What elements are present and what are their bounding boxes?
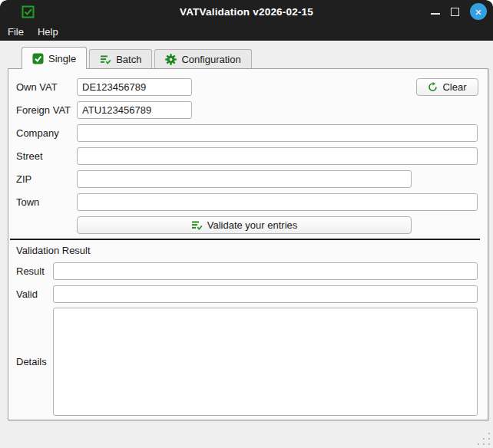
- street-input[interactable]: [77, 147, 478, 165]
- menu-item-help[interactable]: Help: [31, 25, 65, 39]
- zip-input[interactable]: [77, 170, 412, 188]
- details-label: Details: [16, 353, 47, 371]
- minimize-button[interactable]: [431, 13, 440, 15]
- menu-item-file[interactable]: File: [8, 25, 31, 39]
- own-vat-label: Own VAT: [16, 78, 58, 96]
- result-input[interactable]: [53, 262, 478, 280]
- details-textarea[interactable]: [53, 308, 478, 416]
- content-area: Single Batch: [0, 41, 493, 448]
- resize-grip[interactable]: [477, 432, 491, 446]
- tab-label: Single: [48, 53, 76, 64]
- validate-button-label: Validate your entries: [207, 219, 298, 231]
- clear-button[interactable]: Clear: [416, 78, 478, 96]
- tab-batch[interactable]: Batch: [89, 49, 152, 68]
- tab-label: Configuration: [181, 54, 240, 65]
- refresh-icon: [428, 82, 438, 92]
- section-separator: [10, 239, 480, 240]
- maximize-button[interactable]: [451, 8, 459, 16]
- tabbar: Single Batch: [22, 47, 252, 69]
- validation-result-heading: Validation Result: [16, 245, 91, 256]
- menubar: File Help: [0, 23, 493, 41]
- company-input[interactable]: [77, 124, 478, 142]
- check-square-icon: [32, 53, 44, 64]
- valid-label: Valid: [16, 285, 38, 303]
- close-button[interactable]: ×: [470, 3, 487, 20]
- list-check-icon: [191, 220, 203, 230]
- result-label: Result: [16, 262, 45, 280]
- valid-input[interactable]: [53, 285, 478, 303]
- town-label: Town: [16, 193, 39, 211]
- town-input[interactable]: [77, 193, 478, 211]
- app-window: VATValidation v2026-02-15 × File Help Si…: [0, 0, 493, 448]
- clear-button-label: Clear: [442, 81, 466, 93]
- tab-label: Batch: [116, 54, 141, 65]
- list-check-icon: [100, 54, 111, 64]
- own-vat-input[interactable]: [77, 78, 192, 96]
- titlebar: VATValidation v2026-02-15 ×: [0, 0, 493, 23]
- company-label: Company: [16, 124, 59, 142]
- foreign-vat-label: Foreign VAT: [16, 101, 71, 119]
- app-checkbox-icon: [22, 5, 35, 18]
- foreign-vat-input[interactable]: [77, 101, 192, 119]
- zip-label: ZIP: [16, 170, 31, 188]
- street-label: Street: [16, 147, 43, 165]
- single-tab-panel: Own VAT Clear Foreign VAT Company Street…: [8, 68, 488, 420]
- gear-icon: [165, 54, 177, 65]
- tab-single[interactable]: Single: [22, 47, 87, 69]
- tab-configuration[interactable]: Configuration: [154, 49, 251, 68]
- window-title: VATValidation v2026-02-15: [0, 6, 493, 18]
- validate-button[interactable]: Validate your entries: [77, 216, 412, 234]
